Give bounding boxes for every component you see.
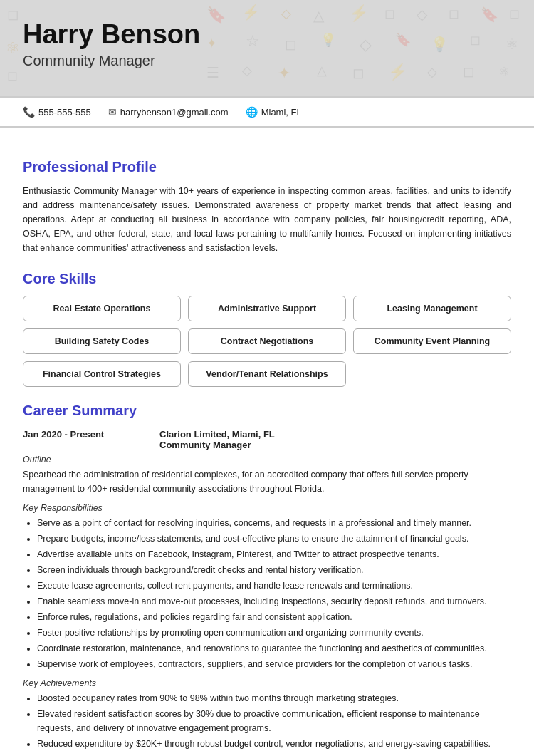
skill-real-estate: Real Estate Operations <box>23 296 181 321</box>
list-item: Foster positive relationships by promoti… <box>37 626 511 640</box>
professional-profile-heading: Professional Profile <box>23 159 511 175</box>
list-item: Serve as a point of contact for resolvin… <box>37 516 511 530</box>
achievements-list: Boosted occupancy rates from 90% to 98% … <box>37 691 511 751</box>
contact-bar: 📞 555-555-555 ✉ harrybenson1@gmail.com 🌐… <box>0 96 534 128</box>
list-item: Execute lease agreements, collect rent p… <box>37 579 511 593</box>
skill-vendor-tenant: Vendor/Tenant Relationships <box>188 361 346 387</box>
skills-grid: Real Estate Operations Administrative Su… <box>23 296 511 387</box>
location-contact: 🌐 Miami, FL <box>246 106 302 118</box>
list-item: Screen individuals through background/cr… <box>37 563 511 577</box>
skill-community-event: Community Event Planning <box>353 328 511 354</box>
email-address: harrybenson1@gmail.com <box>120 107 229 118</box>
career-dates: Jan 2020 - Present <box>23 429 137 450</box>
list-item: Enforce rules, regulations, and policies… <box>37 610 511 624</box>
main-content: Professional Profile Enthusiastic Commun… <box>0 128 534 756</box>
career-role: Community Manager <box>159 440 275 450</box>
list-item: Supervise work of employees, contractors… <box>37 657 511 671</box>
phone-number: 555-555-555 <box>38 107 91 118</box>
list-item: Elevated resident satisfaction scores by… <box>37 707 511 735</box>
list-item: Boosted occupancy rates from 90% to 98% … <box>37 691 511 705</box>
header: 🔖 ⚡ ◇ △ ⚡ ◻ ◇ ◻ 🔖 ◻ ✦ ☆ ◻ 💡 ◇ 🔖 💡 ◻ ⚛ ☰ … <box>0 0 534 96</box>
person-name: Harry Benson <box>23 20 511 50</box>
phone-contact: 📞 555-555-555 <box>23 106 91 118</box>
career-summary-heading: Career Summary <box>23 403 511 419</box>
list-item: Advertise available units on Facebook, I… <box>37 547 511 561</box>
core-skills-heading: Core Skills <box>23 271 511 287</box>
email-contact: ✉ harrybenson1@gmail.com <box>108 106 229 118</box>
skill-admin-support: Administrative Support <box>188 296 346 321</box>
location-text: Miami, FL <box>261 107 302 118</box>
career-org-role: Clarion Limited, Miami, FL Community Man… <box>159 429 275 450</box>
outline-text: Spearhead the administration of resident… <box>23 467 511 496</box>
phone-icon: 📞 <box>23 106 35 118</box>
person-title: Community Manager <box>23 53 511 69</box>
professional-profile-text: Enthusiastic Community Manager with 10+ … <box>23 184 511 255</box>
achievements-label: Key Achievements <box>23 678 511 688</box>
outline-label: Outline <box>23 455 511 465</box>
responsibilities-label: Key Responsibilities <box>23 503 511 513</box>
list-item: Reduced expenditure by $20K+ through rob… <box>37 737 511 751</box>
list-item: Coordinate restoration, maintenance, and… <box>37 641 511 656</box>
skill-leasing-mgmt: Leasing Management <box>353 296 511 321</box>
skill-building-safety: Building Safety Codes <box>23 328 181 354</box>
career-entry-header: Jan 2020 - Present Clarion Limited, Miam… <box>23 429 511 450</box>
location-icon: 🌐 <box>246 106 258 118</box>
list-item: Prepare budgets, income/loss statements,… <box>37 532 511 546</box>
email-icon: ✉ <box>108 106 117 118</box>
skill-contract-neg: Contract Negotiations <box>188 328 346 354</box>
responsibilities-list: Serve as a point of contact for resolvin… <box>37 516 511 671</box>
career-entry-0: Jan 2020 - Present Clarion Limited, Miam… <box>23 429 511 751</box>
list-item: Enable seamless move-in and move-out pro… <box>37 594 511 609</box>
career-organization: Clarion Limited, Miami, FL <box>159 429 275 440</box>
skill-financial-control: Financial Control Strategies <box>23 361 181 387</box>
